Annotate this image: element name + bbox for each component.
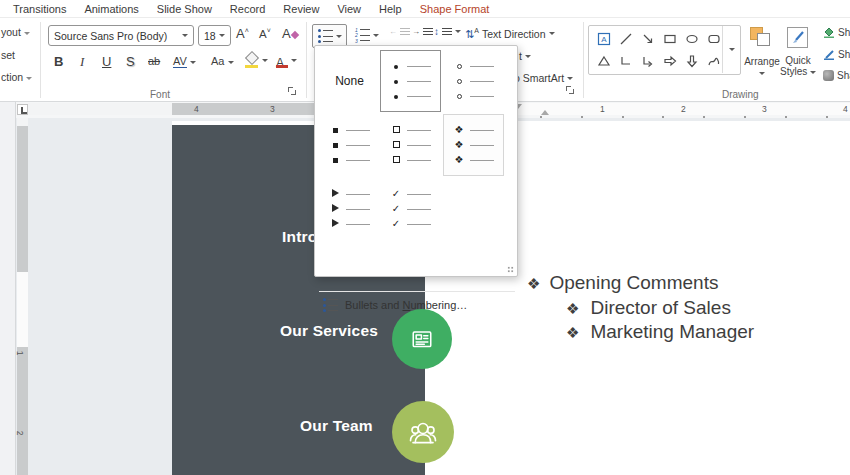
font-color-button[interactable]: A (276, 53, 297, 68)
bold-button[interactable]: B (54, 54, 63, 69)
group-separator (583, 22, 584, 98)
text-direction-button[interactable]: ⇅A Text Direction (465, 27, 555, 41)
arrange-icon (748, 27, 776, 47)
shapes-gallery-more-button[interactable] (722, 26, 740, 73)
slide-text-box[interactable]: ❖ Opening Comments ❖ Director of Sales ❖… (527, 272, 754, 346)
chevron-down-icon (182, 34, 188, 37)
line-spacing-icon (442, 28, 452, 35)
horizontal-ruler-active: 1 2 3 4 (518, 103, 850, 115)
bullet-line[interactable]: ❖ Opening Comments (527, 272, 754, 297)
tab-view[interactable]: View (328, 0, 370, 18)
horizontal-ruler-inactive (28, 103, 172, 115)
bullet-list-icon (323, 296, 338, 314)
bullets-and-numbering-item[interactable]: Bullets and Numbering… (323, 296, 467, 314)
shape-arrow-icon[interactable] (637, 28, 659, 50)
tab-help[interactable]: Help (370, 0, 411, 18)
shape-rectangle-icon[interactable] (659, 28, 681, 50)
shape-triangle-icon[interactable] (593, 50, 615, 72)
bullet-option-arrow[interactable] (319, 178, 380, 240)
tab-record[interactable]: Record (221, 0, 274, 18)
character-spacing-button[interactable]: AV (173, 55, 196, 67)
text-shadow-button[interactable]: S (126, 54, 135, 69)
shrink-font-button[interactable]: A˅ (259, 27, 271, 40)
change-case-button[interactable]: Aa (211, 55, 234, 67)
strikethrough-button[interactable]: ab (148, 55, 160, 67)
svg-text:A: A (601, 35, 607, 44)
shape-effects-button[interactable]: Sha (823, 70, 850, 81)
italic-button[interactable]: I (80, 54, 84, 70)
bullet-option-filled-square[interactable] (319, 114, 380, 176)
increase-indent-icon (423, 28, 433, 35)
grow-font-button[interactable]: A˄ (236, 26, 249, 41)
shape-elbow-icon[interactable] (615, 50, 637, 72)
shape-effects-icon (823, 70, 834, 81)
tab-shape-format[interactable]: Shape Format (411, 0, 499, 18)
bullet-option-hollow-circle[interactable] (443, 50, 504, 112)
hanging-indent-marker[interactable] (541, 110, 549, 115)
reset-button[interactable]: set (1, 49, 15, 61)
team-circle-button[interactable] (392, 401, 454, 463)
decrease-indent-button[interactable]: ← (389, 27, 410, 36)
shape-fill-button[interactable]: Sha (823, 26, 850, 38)
shape-fill-icon (823, 26, 835, 38)
convert-to-smartart-button[interactable]: o SmartArt (514, 72, 573, 84)
numbered-list-icon: 1 2 3 (355, 26, 370, 44)
vertical-ruler: 1 2 (17, 118, 28, 475)
shape-elbow-arrow-icon[interactable] (637, 50, 659, 72)
quick-styles-button[interactable]: Quick Styles (776, 55, 820, 77)
diamond-bullet-icon: ❖ (566, 300, 579, 318)
font-group-label: Font (150, 89, 170, 100)
line-spacing-button[interactable]: ↕ (434, 26, 461, 37)
shape-block-arrow-right-icon[interactable] (659, 50, 681, 72)
numbering-button[interactable]: 1 2 3 (352, 24, 382, 46)
tab-review[interactable]: Review (274, 0, 328, 18)
section-button[interactable]: ction (1, 71, 32, 83)
bullet-option-checkmark[interactable]: ✓ ✓ ✓ (380, 178, 441, 240)
powerpoint-window: Transitions Animations Slide Show Record… (0, 0, 850, 475)
bullet-line[interactable]: ❖ Marketing Manager (566, 321, 754, 346)
font-color-icon: A (276, 53, 288, 68)
shape-outline-button[interactable]: Sha (823, 48, 850, 60)
shape-outline-icon (823, 48, 835, 60)
chevron-down-icon (219, 34, 225, 37)
menu-resize-grip[interactable] (507, 266, 514, 273)
underline-button[interactable]: U (102, 54, 111, 69)
group-separator (306, 22, 307, 98)
bullet-line[interactable]: ❖ Director of Sales (566, 297, 754, 322)
diamond-bullet-icon: ❖ (527, 275, 540, 293)
sidebar-item-our-services[interactable]: Our Services (280, 322, 378, 340)
tab-selector-button[interactable] (17, 104, 28, 115)
tab-animations[interactable]: Animations (75, 0, 147, 18)
bullet-option-filled-circle[interactable] (380, 50, 441, 112)
paragraph-dialog-launcher[interactable] (566, 86, 575, 95)
people-group-icon (408, 417, 438, 447)
bullet-list-icon (318, 27, 333, 45)
font-name-combo[interactable]: Source Sans Pro (Body) (48, 25, 194, 46)
layout-button[interactable]: yout (1, 26, 30, 38)
bullets-dropdown-menu: None ❖ ❖ ❖ (314, 45, 518, 277)
shapes-gallery: A (588, 25, 741, 75)
text-direction-icon: ⇅A (465, 27, 479, 41)
group-separator (40, 22, 41, 98)
shape-oval-icon[interactable] (681, 28, 703, 50)
sidebar-item-intro[interactable]: Intro (282, 228, 317, 246)
newspaper-icon (408, 325, 436, 353)
shape-block-arrow-down-icon[interactable] (681, 50, 703, 72)
tab-transitions[interactable]: Transitions (4, 0, 75, 18)
highlight-color-button[interactable] (245, 53, 268, 68)
diamond-bullet-icon: ❖ (566, 324, 579, 342)
clear-formatting-button[interactable]: A (282, 26, 298, 41)
increase-indent-button[interactable]: → (412, 27, 433, 36)
font-size-combo[interactable]: 18 (198, 25, 231, 46)
bullet-option-none[interactable]: None (319, 50, 380, 112)
bullet-option-hollow-square[interactable] (380, 114, 441, 176)
shape-line-icon[interactable] (615, 28, 637, 50)
align-text-button[interactable]: t (519, 50, 531, 62)
services-circle-button[interactable] (392, 309, 452, 369)
shape-textbox-icon[interactable]: A (593, 28, 615, 50)
sidebar-item-our-team[interactable]: Our Team (300, 417, 373, 435)
menu-separator (319, 291, 515, 292)
tab-slide-show[interactable]: Slide Show (148, 0, 221, 18)
bullet-option-diamond[interactable]: ❖ ❖ ❖ (443, 114, 504, 176)
font-dialog-launcher[interactable] (288, 87, 297, 96)
